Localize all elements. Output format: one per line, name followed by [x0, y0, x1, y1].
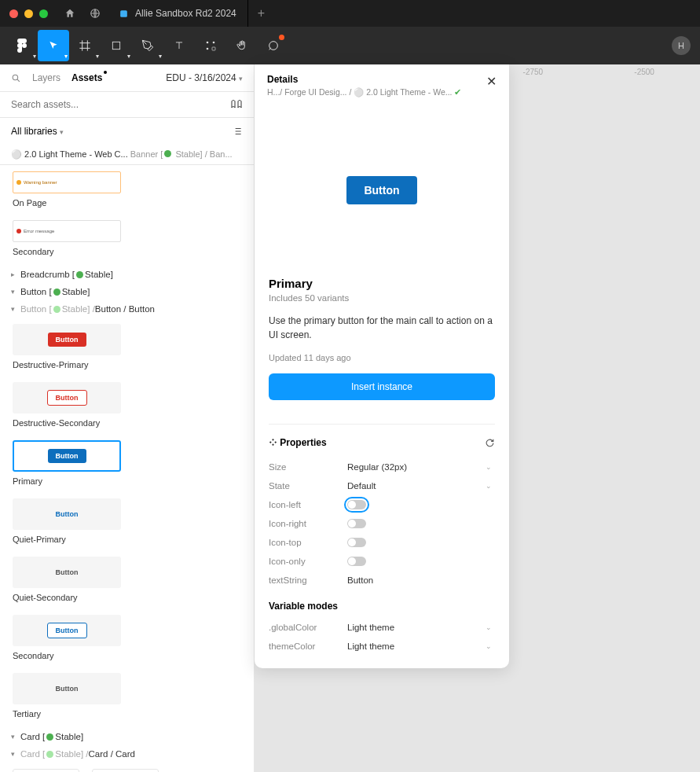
new-tab-button[interactable]: + — [248, 6, 274, 20]
banner-thumbs: Warning banner On Page Error message Sec… — [0, 165, 254, 266]
tab-bar: Allie Sandbox 2024Allie Sandbox Rd2 2024… — [57, 0, 274, 27]
thumb-label: Quiet-Secondary — [13, 593, 121, 602]
thumb-label: Tertiary — [13, 709, 121, 719]
search-icon[interactable] — [11, 73, 21, 83]
resources-tool[interactable] — [195, 30, 226, 61]
library-dropdown[interactable]: All libraries ▾ — [11, 126, 64, 137]
thumb-button[interactable]: ButtonDestructive-Primary — [13, 324, 121, 369]
hand-tool[interactable] — [226, 30, 258, 61]
thumb-button[interactable]: ButtonDestructive-Secondary — [13, 382, 121, 428]
page-selector[interactable]: EDU - 3/16/2024 ▾ — [166, 72, 243, 83]
property-value[interactable] — [347, 500, 495, 509]
window-controls — [0, 9, 57, 18]
tab-assets[interactable]: Assets — [71, 72, 102, 83]
thumb-label: Destructive-Primary — [13, 360, 121, 369]
mode-value[interactable]: Light theme⌄ — [347, 641, 495, 651]
thumb-label: Secondary — [13, 247, 121, 256]
canvas[interactable]: -3250-3000-2750-2500 Details H.../ Forge… — [255, 64, 700, 772]
property-row: Icon-top — [269, 533, 495, 552]
toolbar: ▾ ▾ ▾ ▾ ▾ H — [0, 27, 700, 64]
globe-icon[interactable] — [82, 8, 108, 19]
tab-layers[interactable]: Layers — [32, 72, 60, 83]
maximize-window[interactable] — [39, 9, 48, 18]
svg-point-8 — [207, 48, 209, 50]
text-tool[interactable] — [163, 30, 195, 61]
thumb-label: Quiet-Primary — [13, 535, 121, 544]
thumb-secondary[interactable]: Error message Secondary — [13, 220, 121, 256]
property-value[interactable]: Regular (32px)⌄ — [347, 462, 495, 472]
tree-sub-button[interactable]: ▾Button [ Stable] / Button / Button — [0, 300, 254, 318]
mode-row: .globalColorLight theme⌄ — [269, 618, 495, 637]
refresh-icon[interactable] — [485, 438, 495, 448]
tree-item[interactable]: ▸Breadcrumb [ Stable] — [0, 266, 254, 283]
home-icon[interactable] — [57, 8, 82, 19]
pen-tool[interactable]: ▾ — [132, 30, 163, 61]
button-thumbs: ButtonDestructive-PrimaryButtonDestructi… — [0, 318, 254, 728]
svg-point-4 — [22, 43, 27, 48]
property-value[interactable] — [347, 519, 495, 528]
property-value[interactable] — [347, 538, 495, 547]
minimize-window[interactable] — [24, 9, 33, 18]
frame-tool[interactable]: ▾ — [69, 30, 101, 61]
shape-tool[interactable]: ▾ — [101, 30, 132, 61]
mode-value[interactable]: Light theme⌄ — [347, 623, 495, 632]
tab[interactable]: Allie Sandbox Rd2 2024 — [108, 0, 248, 27]
property-row: Icon-right — [269, 514, 495, 533]
variable-modes-header: Variable modes — [269, 601, 495, 612]
comment-tool[interactable] — [258, 30, 289, 61]
thumb-label: Destructive-Secondary — [13, 418, 121, 428]
preview-button: Button — [346, 176, 416, 204]
svg-rect-2 — [120, 10, 127, 17]
workspace: Layers Assets EDU - 3/16/2024 ▾ All libr… — [0, 64, 700, 772]
thumb-on-page[interactable]: Warning banner On Page — [13, 171, 121, 208]
thumb-button[interactable]: ButtonQuiet-Secondary — [13, 557, 121, 602]
move-tool[interactable]: ▾ — [38, 30, 69, 61]
thumb-button[interactable]: ButtonQuiet-Primary — [13, 498, 121, 544]
toggle[interactable] — [347, 557, 366, 566]
tree-item[interactable]: ▾Button [ Stable] — [0, 283, 254, 300]
component-name: Primary — [269, 277, 495, 290]
thumb-card-vertical[interactable]: CARD TITLE Vertical — [92, 769, 159, 772]
details-title: Details — [267, 74, 461, 85]
property-row: Icon-only — [269, 552, 495, 571]
thumb-card-horizontal[interactable]: CARD TITLE Horizontal — [13, 769, 79, 772]
toggle[interactable] — [347, 538, 366, 547]
tree-item[interactable]: ▾Card [ Stable] — [0, 728, 254, 745]
insert-instance-button[interactable]: Insert instance — [269, 373, 495, 400]
search-input[interactable] — [11, 99, 168, 110]
tree-sub-card[interactable]: ▾Card [ Stable] / Card / Card — [0, 745, 254, 763]
breadcrumb[interactable]: ⚪ 2.0 Light Theme - Web C... Banner [ St… — [0, 145, 254, 165]
list-icon[interactable] — [232, 126, 243, 137]
property-row: StateDefault⌄ — [269, 476, 495, 495]
library-selector-row: All libraries ▾ — [0, 118, 254, 145]
svg-point-7 — [213, 42, 215, 44]
property-row: Icon-left — [269, 495, 495, 514]
property-value[interactable]: Button — [347, 575, 495, 585]
thumb-button[interactable]: ButtonPrimary — [13, 440, 121, 486]
thumb-label: Primary — [13, 476, 121, 486]
svg-rect-9 — [212, 47, 215, 50]
close-icon[interactable]: ✕ — [486, 74, 497, 89]
book-icon[interactable] — [230, 98, 243, 111]
property-value[interactable] — [347, 557, 495, 566]
mode-row: themeColorLight theme⌄ — [269, 637, 495, 656]
close-window[interactable] — [9, 9, 18, 18]
toggle[interactable] — [347, 500, 366, 509]
toggle[interactable] — [347, 519, 366, 528]
properties-header: Properties — [269, 424, 495, 448]
component-preview: Button — [255, 104, 509, 277]
thumb-button[interactable]: ButtonTertiary — [13, 673, 121, 719]
panel-header: Layers Assets EDU - 3/16/2024 ▾ — [0, 64, 254, 91]
variant-count: Includes 50 variants — [269, 293, 495, 303]
asset-search-row — [0, 91, 254, 118]
details-breadcrumb[interactable]: H.../ Forge UI Desig... / ⚪ 2.0 Light Th… — [267, 87, 461, 97]
svg-rect-5 — [112, 42, 119, 49]
thumb-label: Secondary — [13, 651, 121, 660]
component-description: Use the primary button for the main call… — [269, 314, 495, 342]
avatar[interactable]: H — [672, 36, 691, 55]
left-panel: Layers Assets EDU - 3/16/2024 ▾ All libr… — [0, 64, 255, 772]
property-value[interactable]: Default⌄ — [347, 481, 495, 491]
updated-label: Updated 11 days ago — [269, 353, 495, 362]
figma-menu[interactable]: ▾ — [6, 30, 38, 61]
thumb-button[interactable]: ButtonSecondary — [13, 615, 121, 660]
